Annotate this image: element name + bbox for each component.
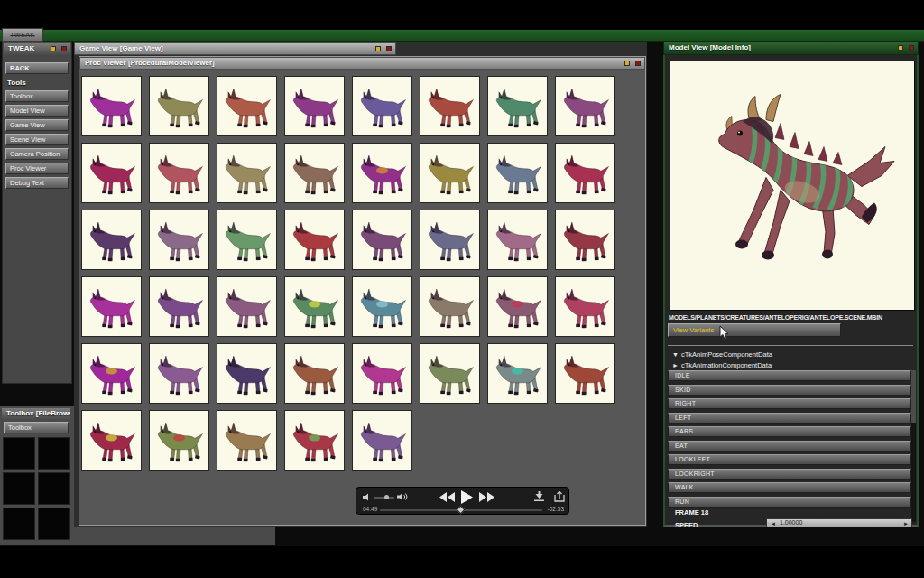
tree-node-cTkAnimPoseComponentData[interactable]: ▼cTkAnimPoseComponentData (672, 350, 772, 359)
creature-thumb[interactable] (487, 143, 548, 203)
creature-thumb[interactable] (284, 143, 345, 203)
creature-thumb[interactable] (81, 76, 142, 136)
creature-thumb[interactable] (420, 343, 480, 404)
creature-thumb[interactable] (555, 210, 615, 270)
creature-thumb[interactable] (284, 276, 345, 337)
seek-thumb[interactable] (457, 506, 466, 515)
creature-thumb[interactable] (217, 276, 277, 337)
creature-thumb[interactable] (420, 143, 480, 203)
creature-thumb[interactable] (284, 76, 345, 136)
creature-thumb[interactable] (487, 76, 548, 136)
creature-thumb[interactable] (149, 210, 209, 270)
share-icon[interactable] (554, 491, 565, 502)
anim-button-idle[interactable]: IDLE (668, 370, 911, 381)
creature-thumb[interactable] (149, 276, 209, 337)
creature-thumb[interactable] (352, 343, 412, 404)
expand-icon[interactable]: ► (672, 362, 681, 368)
increment-icon[interactable]: ► (903, 520, 909, 527)
close-icon[interactable] (909, 45, 914, 51)
file-browser-slot[interactable] (3, 508, 35, 540)
creature-thumb[interactable] (487, 210, 548, 270)
volume-mute-icon[interactable] (363, 493, 371, 501)
sidebar-item-proc-viewer[interactable]: Proc Viewer (5, 163, 69, 174)
tweak-panel-titlebar[interactable]: TWEAK (3, 42, 71, 55)
seek-bar[interactable] (380, 509, 542, 511)
creature-thumb[interactable] (284, 343, 345, 404)
creature-thumb[interactable] (81, 276, 142, 337)
file-browser-slot[interactable] (3, 437, 35, 470)
creature-thumb[interactable] (81, 143, 142, 203)
creature-thumb[interactable] (555, 143, 615, 203)
back-button[interactable]: BACK (5, 62, 69, 74)
creature-thumb[interactable] (352, 143, 412, 203)
speed-stepper[interactable]: ◄ 1.00000 ► (766, 518, 912, 527)
creature-thumb[interactable] (555, 276, 615, 337)
creature-thumb[interactable] (352, 276, 412, 337)
creature-thumb[interactable] (555, 76, 615, 136)
creature-thumb[interactable] (81, 210, 142, 270)
volume-icon[interactable] (397, 492, 408, 501)
creature-thumb[interactable] (217, 210, 277, 270)
creature-thumb[interactable] (149, 143, 209, 203)
file-browser-slot[interactable] (38, 472, 70, 505)
proc-viewer-titlebar[interactable]: Proc Viewer [ProceduralModelViewer] (79, 57, 645, 70)
creature-thumb[interactable] (352, 410, 412, 471)
file-browser-slot[interactable] (38, 437, 70, 470)
minimize-icon[interactable] (624, 61, 630, 66)
close-icon[interactable] (386, 46, 392, 51)
file-browser-slot[interactable] (38, 508, 70, 540)
sidebar-item-debug-text[interactable]: Debug Text (5, 177, 69, 189)
creature-thumb[interactable] (420, 210, 480, 270)
sidebar-item-scene-view[interactable]: Scene View (5, 134, 69, 145)
sidebar-item-model-view[interactable]: Model View (5, 105, 69, 117)
anim-button-run[interactable]: RUN (668, 497, 911, 508)
sidebar-item-game-view[interactable]: Game View (5, 119, 69, 131)
anim-button-skid[interactable]: SKID (668, 385, 911, 396)
minimize-icon[interactable] (375, 46, 381, 51)
anim-button-left[interactable]: LEFT (668, 413, 911, 424)
creature-thumb[interactable] (217, 410, 277, 471)
rewind-icon[interactable] (439, 492, 456, 502)
creature-thumb[interactable] (352, 76, 412, 136)
creature-thumb[interactable] (81, 343, 142, 404)
sidebar-item-toolbox[interactable]: Toolbox (5, 90, 69, 102)
creature-thumb[interactable] (284, 410, 345, 471)
anim-button-ears[interactable]: EARS (668, 426, 911, 437)
decrement-icon[interactable]: ◄ (771, 520, 776, 527)
creature-thumb[interactable] (487, 276, 548, 337)
minimize-icon[interactable] (51, 46, 56, 51)
fullscreen-icon[interactable] (534, 491, 544, 502)
file-browser-slot[interactable] (3, 472, 35, 505)
anim-button-eat[interactable]: EAT (668, 441, 911, 452)
scrollbar-thumb[interactable] (911, 370, 916, 423)
close-icon[interactable] (635, 61, 641, 66)
model-viewport[interactable] (670, 61, 915, 311)
collapse-icon[interactable]: ▼ (672, 351, 681, 358)
creature-thumb[interactable] (149, 410, 209, 471)
creature-thumb[interactable] (555, 343, 615, 404)
volume-knob[interactable] (384, 495, 389, 499)
game-view-titlebar[interactable]: Game View [Game View] (74, 42, 396, 55)
fast-forward-icon[interactable] (479, 492, 495, 502)
creature-thumb[interactable] (217, 143, 277, 203)
view-variants-button[interactable]: View Variants (668, 323, 841, 337)
scrollbar[interactable] (911, 370, 916, 522)
sidebar-item-camera-position[interactable]: Camera Position (5, 148, 69, 160)
model-view-titlebar[interactable]: Model View [Model Info] (663, 42, 919, 55)
creature-thumb[interactable] (284, 210, 345, 270)
anim-button-lookleft[interactable]: LOOKLEFT (668, 454, 911, 465)
creature-thumb[interactable] (217, 76, 277, 136)
creature-thumb[interactable] (420, 76, 480, 136)
anim-button-right[interactable]: RIGHT (668, 398, 911, 409)
creature-thumb[interactable] (352, 210, 412, 270)
file-browser-titlebar[interactable]: Toolbox [FileBrowser] (1, 407, 71, 420)
creature-thumb[interactable] (81, 410, 142, 471)
anim-button-lookright[interactable]: LOOKRIGHT (668, 469, 911, 480)
tree-node-cTkAnimationComponentData[interactable]: ►cTkAnimationComponentData (672, 361, 772, 369)
creature-thumb[interactable] (149, 76, 209, 136)
minimize-icon[interactable] (898, 45, 903, 51)
tweak-window-tab[interactable]: TWEAK (2, 28, 43, 42)
close-icon[interactable] (61, 46, 67, 51)
creature-thumb[interactable] (149, 343, 209, 404)
creature-thumb[interactable] (420, 276, 480, 337)
